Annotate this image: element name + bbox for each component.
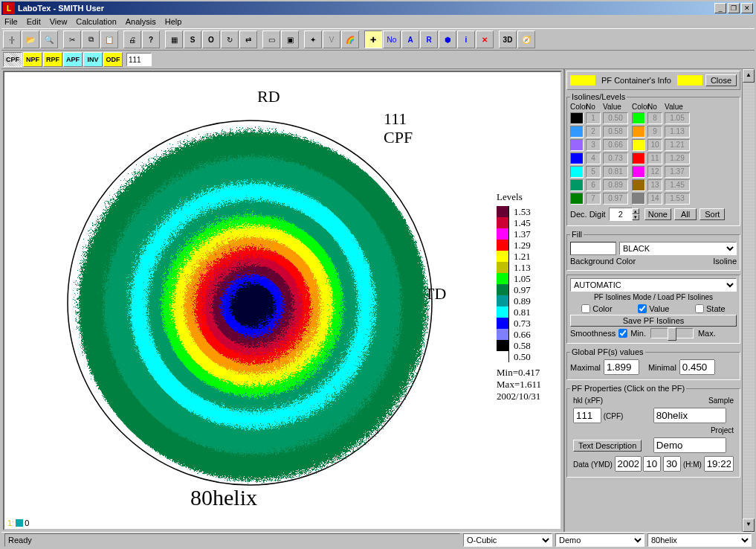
plot-canvas[interactable]: RD 111 CPF TD 80helix (4, 72, 560, 529)
level-number[interactable]: 5 (586, 166, 601, 178)
panel-close-button[interactable]: Close (705, 74, 737, 86)
tool-no[interactable]: No (383, 30, 401, 48)
sort-button[interactable]: Sort (700, 208, 725, 220)
value-checkbox[interactable]: Value (638, 304, 669, 313)
level-number[interactable]: 8 (647, 112, 662, 124)
tool-v-icon[interactable]: V (323, 30, 340, 48)
isoline-color-select[interactable]: BLACK (619, 242, 737, 255)
color-swatch[interactable] (632, 179, 645, 191)
mode-odf[interactable]: ODF (103, 52, 123, 67)
level-value[interactable]: 0.50 (603, 112, 628, 124)
color-swatch[interactable] (632, 139, 645, 151)
dec-digit-spinner[interactable]: 2▲▼ (609, 208, 633, 221)
level-value[interactable]: 1.21 (665, 139, 690, 151)
tool-cut-icon[interactable]: ✂ (63, 30, 81, 48)
tool-find-icon[interactable]: 🔍 (40, 30, 58, 48)
tool-swap-icon[interactable]: ⇄ (239, 30, 257, 48)
tool-rotate-icon[interactable]: ↻ (221, 30, 239, 48)
color-swatch[interactable] (570, 179, 584, 191)
level-value[interactable]: 1.37 (665, 166, 690, 178)
tool-hex-icon[interactable]: ⬢ (439, 30, 456, 48)
tool-spectrum-icon[interactable]: 🌈 (341, 30, 359, 48)
isolines-mode-select[interactable]: AUTOMATIC (570, 278, 737, 292)
level-value[interactable]: 1.05 (665, 112, 690, 124)
color-checkbox[interactable]: Color (581, 304, 612, 313)
color-swatch[interactable] (632, 152, 645, 164)
color-swatch[interactable] (570, 166, 584, 178)
menu-help[interactable]: Help (165, 17, 182, 26)
level-number[interactable]: 13 (647, 179, 662, 191)
level-number[interactable]: 4 (586, 152, 601, 164)
level-value[interactable]: 0.58 (603, 126, 628, 138)
level-number[interactable]: 2 (586, 126, 601, 138)
tool-cross-icon[interactable]: ✚ (364, 30, 382, 48)
tool-section-icon[interactable]: S (184, 30, 201, 48)
level-number[interactable]: 14 (647, 193, 662, 205)
mode-npf[interactable]: NPF (23, 52, 42, 67)
color-swatch[interactable] (632, 166, 645, 178)
smoothness-slider[interactable] (650, 328, 694, 338)
smoothness-checkbox[interactable] (618, 329, 627, 338)
level-value[interactable]: 1.53 (665, 193, 690, 205)
tool-print-icon[interactable]: 🖨 (123, 30, 141, 48)
level-value[interactable]: 0.73 (603, 152, 628, 164)
tool-dot-icon[interactable]: ·|· (3, 30, 21, 48)
state-checkbox[interactable]: State (695, 304, 726, 313)
tool-info-icon[interactable]: i (457, 30, 475, 48)
level-number[interactable]: 12 (647, 166, 662, 178)
tool-copy-icon[interactable]: ⧉ (82, 30, 100, 48)
text-description-button[interactable]: Text Description (573, 440, 642, 452)
menu-file[interactable]: File (4, 17, 18, 26)
level-number[interactable]: 11 (647, 152, 662, 164)
status-project-select[interactable]: Demo (555, 533, 644, 547)
color-swatch[interactable] (570, 126, 584, 138)
tool-x-icon[interactable]: ✕ (476, 30, 494, 48)
menu-view[interactable]: View (50, 17, 68, 26)
level-value[interactable]: 1.45 (665, 179, 690, 191)
color-swatch[interactable] (570, 139, 584, 151)
level-value[interactable]: 1.29 (665, 152, 690, 164)
mode-cpf[interactable]: CPF (3, 52, 22, 67)
level-number[interactable]: 9 (647, 126, 662, 138)
menu-edit[interactable]: Edit (27, 17, 41, 26)
tool-grid1-icon[interactable]: ▦ (165, 30, 183, 48)
color-swatch[interactable] (632, 126, 645, 138)
all-button[interactable]: All (674, 208, 697, 220)
level-value[interactable]: 0.89 (603, 179, 628, 191)
status-symmetry-select[interactable]: O-Cubic (463, 533, 552, 547)
level-number[interactable]: 6 (586, 179, 601, 191)
tool-r[interactable]: R (420, 30, 438, 48)
bg-color-swatch[interactable] (570, 242, 616, 255)
level-number[interactable]: 1 (586, 112, 601, 124)
color-swatch[interactable] (632, 193, 645, 205)
tool-open-icon[interactable]: 📂 (22, 30, 39, 48)
save-isolines-button[interactable]: Save PF Isolines (570, 315, 737, 327)
minimize-button[interactable]: _ (714, 3, 726, 13)
tool-a[interactable]: A (401, 30, 419, 48)
mode-rpf[interactable]: RPF (43, 52, 62, 67)
color-swatch[interactable] (632, 112, 645, 124)
mode-inv[interactable]: INV (83, 52, 103, 67)
tool-win2-icon[interactable]: ▣ (281, 30, 299, 48)
menu-calculation[interactable]: Calculation (76, 17, 116, 26)
level-value[interactable]: 0.81 (603, 166, 628, 178)
tool-help-icon[interactable]: ? (142, 30, 160, 48)
level-value[interactable]: 1.13 (665, 126, 690, 138)
mode-value-input[interactable] (126, 53, 152, 66)
color-swatch[interactable] (570, 112, 584, 124)
color-swatch[interactable] (570, 152, 584, 164)
level-number[interactable]: 10 (647, 139, 662, 151)
tool-crystal-icon[interactable]: ✦ (304, 30, 322, 48)
tool-axes-icon[interactable]: 🧭 (517, 30, 535, 48)
tool-orient-icon[interactable]: O (202, 30, 220, 48)
color-swatch[interactable] (570, 193, 584, 205)
none-button[interactable]: None (644, 208, 671, 220)
menu-analysis[interactable]: Analysis (126, 17, 156, 26)
tool-3d[interactable]: 3D (499, 30, 517, 48)
side-scrollbar[interactable]: ▲▼ (742, 69, 755, 532)
tool-win1-icon[interactable]: ▭ (262, 30, 280, 48)
maximize-button[interactable]: ❐ (728, 3, 740, 13)
level-number[interactable]: 3 (586, 139, 601, 151)
close-button[interactable]: ✕ (741, 3, 753, 13)
level-value[interactable]: 0.97 (603, 193, 628, 205)
